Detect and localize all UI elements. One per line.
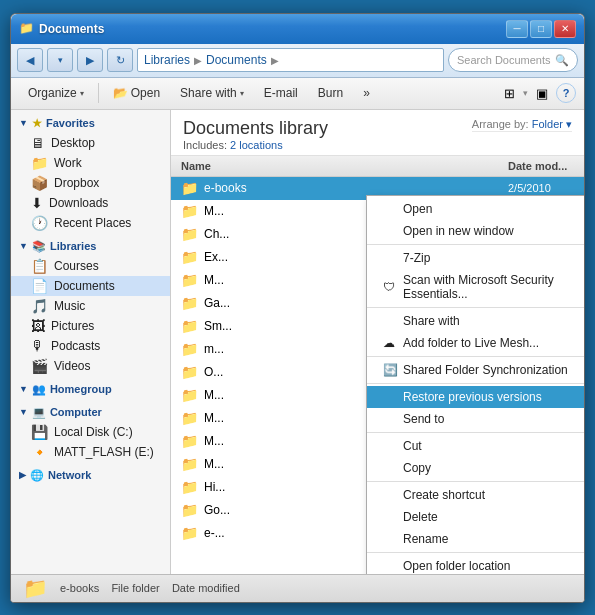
forward-button[interactable]: ▶ xyxy=(77,48,103,72)
computer-header[interactable]: ▼ 💻 Computer xyxy=(11,403,170,422)
folder-icon: 📁 xyxy=(181,203,198,219)
sidebar-item-flash[interactable]: 🔸 MATT_FLASH (E:) xyxy=(11,442,170,462)
email-button[interactable]: E-mail xyxy=(255,81,307,105)
sidebar-item-dropbox[interactable]: 📦 Dropbox xyxy=(11,173,170,193)
locations-link[interactable]: 2 locations xyxy=(230,139,283,151)
sidebar: ▼ ★ Favorites 🖥 Desktop 📁 Work 📦 Dropbox xyxy=(11,110,171,574)
ctx-item-label-2: 7-Zip xyxy=(403,251,430,265)
folder-icon: 📁 xyxy=(181,502,198,518)
context-menu-item-13[interactable]: Rename xyxy=(367,528,584,550)
status-name: e-books xyxy=(60,582,99,594)
arrange-label: Arrange by: xyxy=(472,118,529,130)
sidebar-item-music[interactable]: 🎵 Music xyxy=(11,296,170,316)
burn-button[interactable]: Burn xyxy=(309,81,352,105)
sidebar-item-courses[interactable]: 📋 Courses xyxy=(11,256,170,276)
sidebar-item-downloads[interactable]: ⬇ Downloads xyxy=(11,193,170,213)
breadcrumb[interactable]: Libraries ▶ Documents ▶ xyxy=(137,48,444,72)
sidebar-recent-label: Recent Places xyxy=(54,216,131,230)
sidebar-item-podcasts[interactable]: 🎙 Podcasts xyxy=(11,336,170,356)
minimize-button[interactable]: ─ xyxy=(506,20,528,38)
more-button[interactable]: » xyxy=(354,81,379,105)
file-name-text: e-books xyxy=(204,181,247,195)
breadcrumb-documents[interactable]: Documents xyxy=(206,53,267,67)
title-bar: 📁 Documents ─ □ ✕ xyxy=(11,14,584,44)
file-name-text: m... xyxy=(204,342,224,356)
views-menu-button[interactable]: ⊞ xyxy=(497,81,521,105)
recent-places-icon: 🕐 xyxy=(31,215,48,231)
context-menu-item-10[interactable]: Copy xyxy=(367,457,584,479)
dropbox-icon: 📦 xyxy=(31,175,48,191)
file-list: 📁e-books2/5/2010OpenOpen in new window7-… xyxy=(171,177,584,574)
sidebar-item-desktop[interactable]: 🖥 Desktop xyxy=(11,133,170,153)
sidebar-item-work[interactable]: 📁 Work xyxy=(11,153,170,173)
sidebar-item-pictures[interactable]: 🖼 Pictures xyxy=(11,316,170,336)
folder-icon: 📁 xyxy=(181,525,198,541)
organize-chevron: ▾ xyxy=(80,89,84,98)
close-button[interactable]: ✕ xyxy=(554,20,576,38)
sidebar-item-videos[interactable]: 🎬 Videos xyxy=(11,356,170,376)
computer-section: ▼ 💻 Computer 💾 Local Disk (C:) 🔸 MATT_FL… xyxy=(11,403,170,462)
title-bar-left: 📁 Documents xyxy=(19,21,104,37)
homegroup-arrow: ▼ xyxy=(19,384,28,394)
share-with-button[interactable]: Share with ▾ xyxy=(171,81,253,105)
context-menu-item-12[interactable]: Delete xyxy=(367,506,584,528)
context-menu-separator xyxy=(367,383,584,384)
context-menu-item-7[interactable]: Restore previous versions xyxy=(367,386,584,408)
favorites-header[interactable]: ▼ ★ Favorites xyxy=(11,114,170,133)
context-menu-item-8[interactable]: Send to▶ xyxy=(367,408,584,430)
courses-icon: 📋 xyxy=(31,258,48,274)
context-menu-item-14[interactable]: Open folder location xyxy=(367,555,584,574)
context-menu-item-6[interactable]: 🔄Shared Folder Synchronization▶ xyxy=(367,359,584,381)
folder-icon: 📁 xyxy=(181,456,198,472)
arrange-value-text: Folder xyxy=(532,118,563,130)
toolbar: Organize ▾ 📂 Open Share with ▾ E-mail Bu… xyxy=(11,78,584,110)
libraries-header[interactable]: ▼ 📚 Libraries xyxy=(11,237,170,256)
context-menu-item-11[interactable]: Create shortcut xyxy=(367,484,584,506)
network-header[interactable]: ▶ 🌐 Network xyxy=(11,466,170,485)
sidebar-work-label: Work xyxy=(54,156,82,170)
file-row[interactable]: 📁e-books2/5/2010OpenOpen in new window7-… xyxy=(171,177,584,200)
file-name-text: Hi... xyxy=(204,480,225,494)
preview-button[interactable]: ▣ xyxy=(530,81,554,105)
sidebar-desktop-label: Desktop xyxy=(51,136,95,150)
organize-button[interactable]: Organize ▾ xyxy=(19,81,93,105)
network-section: ▶ 🌐 Network xyxy=(11,466,170,485)
col-name-header[interactable]: Name xyxy=(171,158,504,174)
sidebar-item-documents[interactable]: 📄 Documents xyxy=(11,276,170,296)
toolbar-sep-1 xyxy=(98,83,99,103)
homegroup-icon: 👥 xyxy=(32,383,46,396)
content-area: Documents library Includes: 2 locations … xyxy=(171,110,584,574)
arrange-value[interactable]: Folder ▾ xyxy=(532,118,572,131)
breadcrumb-libraries[interactable]: Libraries xyxy=(144,53,190,67)
context-menu-item-9[interactable]: Cut xyxy=(367,435,584,457)
favorites-star-icon: ★ xyxy=(32,117,42,130)
context-menu-item-4[interactable]: Share with▶ xyxy=(367,310,584,332)
sidebar-item-local-disk[interactable]: 💾 Local Disk (C:) xyxy=(11,422,170,442)
downloads-icon: ⬇ xyxy=(31,195,43,211)
context-menu-item-3[interactable]: 🛡Scan with Microsoft Security Essentials… xyxy=(367,269,584,305)
back-button[interactable]: ◀ xyxy=(17,48,43,72)
more-label: » xyxy=(363,86,370,100)
nav-dropdown-button[interactable]: ▾ xyxy=(47,48,73,72)
sidebar-item-recent-places[interactable]: 🕐 Recent Places xyxy=(11,213,170,233)
sidebar-courses-label: Courses xyxy=(54,259,99,273)
file-name-text: M... xyxy=(204,434,224,448)
context-menu-separator xyxy=(367,481,584,482)
context-menu-separator xyxy=(367,432,584,433)
context-menu-item-0[interactable]: Open xyxy=(367,198,584,220)
search-bar[interactable]: Search Documents 🔍 xyxy=(448,48,578,72)
context-menu-separator xyxy=(367,356,584,357)
homegroup-header[interactable]: ▼ 👥 Homegroup xyxy=(11,380,170,399)
open-button[interactable]: 📂 Open xyxy=(104,81,169,105)
folder-icon: 📁 xyxy=(181,479,198,495)
breadcrumb-sep-2: ▶ xyxy=(271,55,279,66)
help-button[interactable]: ? xyxy=(556,83,576,103)
libraries-section: ▼ 📚 Libraries 📋 Courses 📄 Documents 🎵 Mu… xyxy=(11,237,170,376)
refresh-button[interactable]: ↻ xyxy=(107,48,133,72)
context-menu-item-5[interactable]: ☁Add folder to Live Mesh... xyxy=(367,332,584,354)
context-menu-item-2[interactable]: 7-Zip▶ xyxy=(367,247,584,269)
context-menu-item-1[interactable]: Open in new window xyxy=(367,220,584,242)
file-list-header: Name Date mod... xyxy=(171,156,584,177)
col-date-header[interactable]: Date mod... xyxy=(504,158,584,174)
maximize-button[interactable]: □ xyxy=(530,20,552,38)
